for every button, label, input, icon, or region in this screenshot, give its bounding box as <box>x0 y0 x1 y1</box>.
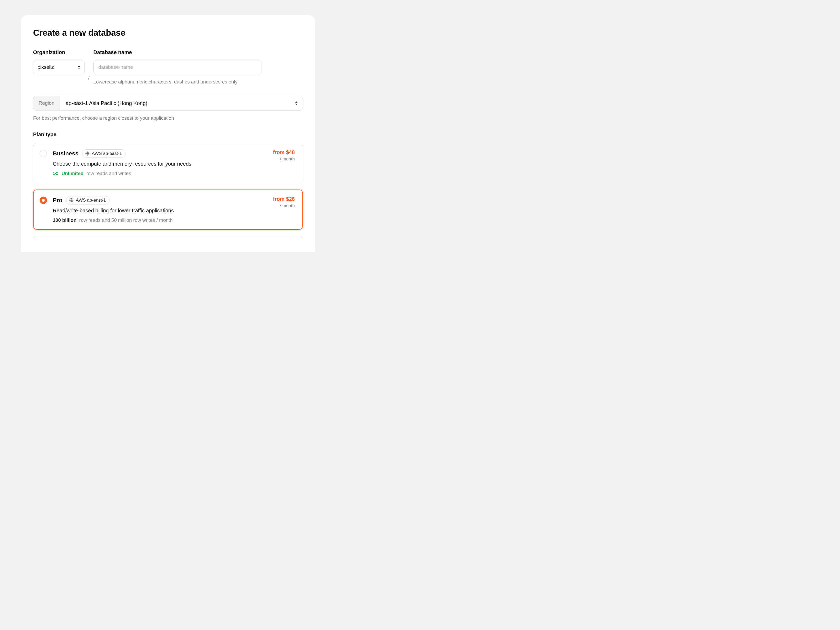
plan-radio[interactable] <box>39 150 47 157</box>
region-prefix-label: Region <box>33 96 60 110</box>
organization-select[interactable]: pixsellz <box>33 60 85 74</box>
plan-price: from $28 / month <box>273 196 295 223</box>
plan-meta-rest: row reads and 50 million row writes / mo… <box>79 217 173 223</box>
plan-header: Business AWS ap-east-1 <box>53 149 267 158</box>
top-row: Organization pixsellz / Database name Lo… <box>33 49 303 85</box>
plan-meta: Unlimited row reads and writes <box>53 171 267 177</box>
plan-description: Choose the compute and memory resources … <box>53 161 267 167</box>
plan-type-label: Plan type <box>33 131 303 137</box>
globe-icon <box>85 151 90 156</box>
plan-meta-bold: Unlimited <box>62 171 84 176</box>
plan-region-badge: AWS ap-east-1 <box>66 196 110 204</box>
plan-name: Business <box>53 150 79 157</box>
organization-label: Organization <box>33 49 85 55</box>
infinity-icon <box>53 171 58 177</box>
plan-body: Business AWS ap-east-1 Choose the comput… <box>53 149 267 177</box>
database-name-field: Database name Lowercase alphanumeric cha… <box>93 49 261 85</box>
plan-meta-bold: 100 billion <box>53 217 76 223</box>
plan-option-next[interactable] <box>33 236 303 238</box>
plan-body: Pro AWS ap-east-1 Read/write-based billi… <box>53 196 267 223</box>
organization-field: Organization pixsellz <box>33 49 85 74</box>
plan-option-pro[interactable]: Pro AWS ap-east-1 Read/write-based billi… <box>33 189 303 230</box>
plan-price-period: / month <box>273 156 295 162</box>
region-select[interactable]: Region ap-east-1 Asia Pacific (Hong Kong… <box>33 96 303 111</box>
plan-meta: 100 billion row reads and 50 million row… <box>53 217 267 223</box>
path-separator: / <box>88 71 90 85</box>
plan-region-badge-text: AWS ap-east-1 <box>92 151 122 156</box>
organization-value: pixsellz <box>38 64 54 70</box>
select-stepper-icon <box>77 65 81 69</box>
database-name-input[interactable] <box>93 60 261 74</box>
plan-description: Read/write-based billing for lower traff… <box>53 208 267 214</box>
plan-price-period: / month <box>273 203 295 208</box>
region-field: Region ap-east-1 Asia Pacific (Hong Kong… <box>33 96 303 121</box>
region-hint: For best performance, choose a region cl… <box>33 115 303 121</box>
plan-name: Pro <box>53 197 63 204</box>
plan-header: Pro AWS ap-east-1 <box>53 196 267 204</box>
plan-meta-rest: row reads and writes <box>86 171 131 176</box>
globe-icon <box>69 198 74 203</box>
plan-price-from: from $28 <box>273 196 295 202</box>
create-database-card: Create a new database Organization pixse… <box>21 15 315 252</box>
plan-region-badge-text: AWS ap-east-1 <box>76 198 106 203</box>
plan-price: from $48 / month <box>273 149 295 177</box>
region-value: ap-east-1 Asia Pacific (Hong Kong) <box>60 96 303 110</box>
plan-price-from: from $48 <box>273 149 295 155</box>
database-name-hint: Lowercase alphanumeric characters, dashe… <box>93 79 261 85</box>
plan-radio[interactable] <box>39 197 47 204</box>
page-title: Create a new database <box>33 28 303 38</box>
plan-region-badge: AWS ap-east-1 <box>82 149 126 158</box>
select-stepper-icon <box>295 101 298 106</box>
plan-option-business[interactable]: Business AWS ap-east-1 Choose the comput… <box>33 143 303 183</box>
database-name-label: Database name <box>93 49 261 55</box>
